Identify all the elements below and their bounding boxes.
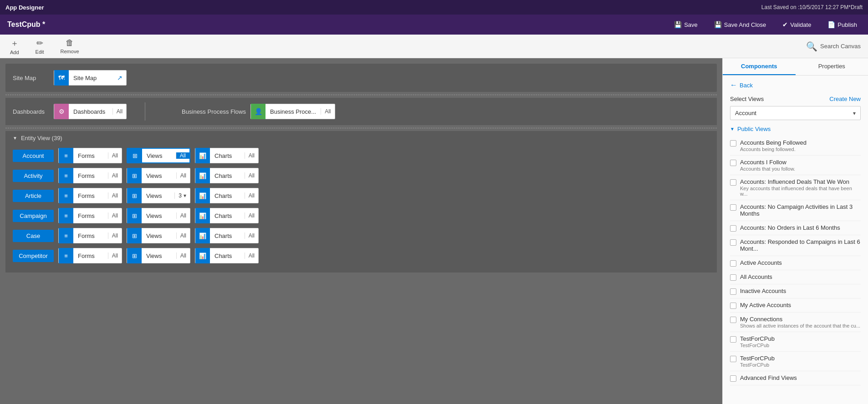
panel-tabs: Components Properties [723,58,868,76]
view-item-content: Accounts Being Followed Accounts being f… [740,139,861,152]
list-item[interactable]: Advanced Find Views [730,371,861,385]
list-item[interactable]: Accounts Being Followed Accounts being f… [730,136,861,156]
validate-button[interactable]: ✔ Validate [779,19,815,30]
list-item[interactable]: Accounts: Influenced Deals That We Won K… [730,175,861,200]
remove-button[interactable]: 🗑 Remove [58,36,82,56]
list-item[interactable]: TestForCPub TestForCPub [730,352,861,371]
list-item[interactable]: Accounts: Responded to Campaigns in Last… [730,235,861,256]
charts-badge: All [245,192,258,199]
account-charts-card[interactable]: 📊 Charts All [195,148,259,163]
activity-forms-card[interactable]: ≡ Forms All [58,168,122,183]
entity-case-button[interactable]: Case [13,230,54,242]
entity-dropdown[interactable]: Account ▾ [730,106,861,120]
view-checkbox-10[interactable] [730,317,736,323]
view-item-content: Active Accounts [740,259,861,267]
view-item-name: All Accounts [740,273,861,280]
table-row: Account ≡ Forms All ⊞ Views All 📊 Charts… [13,148,710,163]
entity-competitor-button[interactable]: Competitor [13,250,54,262]
entity-account-button[interactable]: Account [13,150,54,162]
article-forms-card[interactable]: ≡ Forms All [58,188,122,203]
view-checkbox-11[interactable] [730,336,736,343]
save-button[interactable]: 💾 Save [670,19,701,30]
add-button[interactable]: ＋ Add [7,36,22,57]
views-dropdown-icon[interactable]: ▾ [184,192,186,199]
view-checkbox-6[interactable] [730,260,736,267]
entity-campaign-button[interactable]: Campaign [13,210,54,222]
competitor-charts-card[interactable]: 📊 Charts All [195,248,259,263]
view-checkbox-3[interactable] [730,204,736,211]
public-views-header[interactable]: ▼ Public Views [730,126,861,132]
save-and-close-button[interactable]: 💾 Save And Close [710,19,770,30]
case-charts-card[interactable]: 📊 Charts All [195,228,259,243]
view-checkbox-7[interactable] [730,274,736,281]
view-checkbox-9[interactable] [730,303,736,309]
forms-icon: ≡ [59,188,73,203]
view-item-name: Accounts: No Orders in Last 6 Months [740,224,861,231]
table-row: Campaign ≡ Forms All ⊞ Views All 📊 Chart… [13,208,710,223]
campaign-views-card[interactable]: ⊞ Views All [127,208,190,223]
view-checkbox-4[interactable] [730,225,736,232]
entity-view-collapse-icon[interactable]: ▼ [13,136,17,141]
views-badge: All [176,152,189,159]
list-item[interactable]: Accounts: No Orders in Last 6 Months [730,221,861,235]
account-views-card[interactable]: ⊞ Views All [127,148,190,163]
dashboards-all-badge: All [112,108,126,115]
campaign-forms-card[interactable]: ≡ Forms All [58,208,122,223]
activity-charts-card[interactable]: 📊 Charts All [195,168,259,183]
sitemap-arrow-icon[interactable]: ↗ [113,74,126,81]
view-item-content: My Active Accounts [740,302,861,309]
public-views-label: Public Views [737,126,771,132]
activity-views-card[interactable]: ⊞ Views All [127,168,190,183]
view-checkbox-12[interactable] [730,356,736,362]
create-new-link[interactable]: Create New [829,96,861,102]
view-checkbox-5[interactable] [730,239,736,246]
back-button[interactable]: ← Back [730,81,861,89]
view-item-content: Accounts: No Campaign Activities in Last… [740,203,861,217]
charts-label: Charts [210,212,245,219]
views-icon: ⊞ [127,248,142,263]
search-canvas[interactable]: 🔍 Search Canvas [806,41,861,52]
publish-button[interactable]: 📄 Publish [824,19,861,30]
list-item[interactable]: Active Accounts [730,256,861,270]
entity-view-label: Entity View (39) [21,135,62,141]
edit-button[interactable]: ✏ Edit [33,36,47,56]
bpf-icon: 👤 [251,104,266,119]
app-title: TestCpub * [7,20,45,29]
case-forms-card[interactable]: ≡ Forms All [58,228,122,243]
list-item[interactable]: All Accounts [730,270,861,284]
list-item[interactable]: Accounts I Follow Accounts that you foll… [730,156,861,175]
list-item[interactable]: Inactive Accounts [730,284,861,298]
entity-article-button[interactable]: Article [13,190,54,202]
view-item-content: TestForCPub TestForCPub [740,335,861,348]
competitor-forms-card[interactable]: ≡ Forms All [58,248,122,263]
dashboards-card[interactable]: ⚙ Dashboards All [54,104,127,119]
view-item-name: My Connections [740,316,861,323]
sitemap-card[interactable]: 🗺 Site Map ↗ [54,70,127,86]
list-item[interactable]: My Connections Shows all active instance… [730,313,861,332]
competitor-views-card[interactable]: ⊞ Views All [127,248,190,263]
dropdown-value: Account [735,110,756,116]
view-checkbox-0[interactable] [730,140,736,146]
forms-badge: All [108,232,122,239]
article-views-card[interactable]: ⊞ Views 3 ▾ [127,188,190,203]
campaign-charts-card[interactable]: 📊 Charts All [195,208,259,223]
case-views-card[interactable]: ⊞ Views All [127,228,190,243]
list-item[interactable]: My Active Accounts [730,298,861,313]
tab-properties[interactable]: Properties [796,58,868,75]
view-item-name: TestForCPub [740,355,861,362]
view-checkbox-13[interactable] [730,375,736,382]
view-checkbox-2[interactable] [730,179,736,186]
charts-badge: All [245,252,258,259]
view-checkbox-1[interactable] [730,160,736,166]
list-item[interactable]: Accounts: No Campaign Activities in Last… [730,200,861,221]
account-forms-card[interactable]: ≡ Forms All [58,148,122,163]
view-item-desc: Shows all active instances of the accoun… [740,323,861,328]
entity-activity-button[interactable]: Activity [13,170,54,182]
list-item[interactable]: TestForCPub TestForCPub [730,332,861,352]
bpf-card[interactable]: 👤 Business Proce... All [250,104,335,119]
bpf-card-text: Business Proce... [266,108,321,115]
forms-badge: All [108,172,122,179]
tab-components[interactable]: Components [723,58,796,75]
article-charts-card[interactable]: 📊 Charts All [195,188,259,203]
view-checkbox-8[interactable] [730,288,736,295]
